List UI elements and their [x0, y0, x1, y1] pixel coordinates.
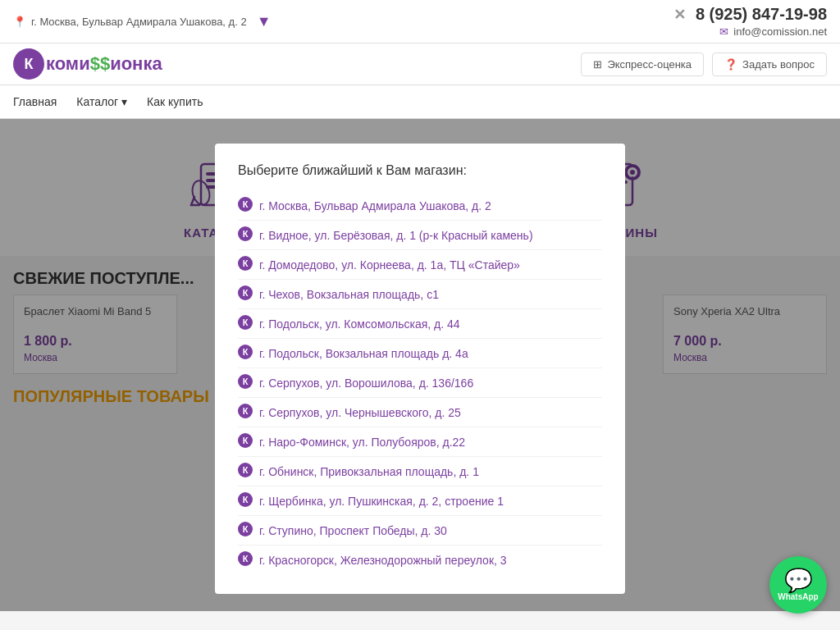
header: К коми$$ионка ⊞ Экспресс-оценка ❓ Задать… [0, 43, 840, 85]
nav-item-catalog[interactable]: Каталог ▾ [76, 85, 127, 118]
top-bar-phone: 8 (925) 847-19-98 [696, 5, 827, 24]
store-selection-modal: Выберите ближайший к Вам магазин: Кг. Мо… [215, 144, 625, 594]
store-label: г. Серпухов, ул. Ворошилова, д. 136/166 [259, 377, 473, 390]
store-label: г. Наро-Фоминск, ул. Полубояров, д.22 [259, 436, 465, 449]
top-bar-right: ✕ 8 (925) 847-19-98 ✉ info@comission.net [673, 5, 827, 38]
close-icon[interactable]: ✕ [673, 6, 686, 24]
store-item[interactable]: Кг. Подольск, ул. Комсомольская, д. 44 [238, 309, 602, 339]
store-item[interactable]: Кг. Видное, ул. Берёзовая, д. 1 (р-к Кра… [238, 221, 602, 250]
header-buttons: ⊞ Экспресс-оценка ❓ Задать вопрос [581, 52, 827, 76]
question-icon: ❓ [724, 58, 737, 71]
top-bar-left: 📍 г. Москва, Бульвар Адмирала Ушакова, д… [13, 13, 271, 30]
pin-icon: 📍 [13, 16, 26, 28]
svg-text:К: К [243, 406, 249, 416]
svg-text:К: К [243, 465, 249, 475]
store-brand-icon: К [238, 522, 253, 539]
svg-text:К: К [243, 199, 249, 209]
store-item[interactable]: Кг. Подольск, Вокзальная площадь д. 4а [238, 339, 602, 368]
svg-text:К: К [243, 554, 249, 564]
store-label: г. Подольск, ул. Комсомольская, д. 44 [259, 317, 460, 331]
whatsapp-label: WhatsApp [778, 592, 818, 601]
svg-text:К: К [243, 258, 249, 268]
store-brand-icon: К [238, 492, 253, 509]
svg-text:К: К [243, 229, 249, 239]
store-item[interactable]: Кг. Наро-Фоминск, ул. Полубояров, д.22 [238, 427, 602, 457]
svg-text:К: К [243, 317, 249, 327]
svg-text:К: К [243, 347, 249, 357]
svg-text:К: К [243, 377, 249, 386]
store-label: г. Ступино, Проспект Победы, д. 30 [259, 524, 447, 537]
logo-k: К [13, 48, 44, 80]
store-item[interactable]: Кг. Серпухов, ул. Чернышевского, д. 25 [238, 398, 602, 427]
express-eval-button[interactable]: ⊞ Экспресс-оценка [581, 52, 704, 76]
grid-icon: ⊞ [593, 58, 602, 71]
nav-item-home[interactable]: Главная [13, 85, 57, 118]
store-brand-icon: К [238, 551, 253, 568]
store-label: г. Домодедово, ул. Корнеева, д. 1а, ТЦ «… [259, 258, 520, 272]
store-item[interactable]: Кг. Щербинка, ул. Пушкинская, д. 2, стро… [238, 486, 602, 516]
store-brand-icon: К [238, 433, 253, 450]
top-bar: 📍 г. Москва, Бульвар Адмирала Ушакова, д… [0, 0, 840, 43]
store-brand-icon: К [238, 374, 253, 391]
email-row: ✉ info@comission.net [719, 25, 827, 38]
whatsapp-button[interactable]: 💬 WhatsApp [769, 556, 827, 611]
nav-item-how-to-buy[interactable]: Как купить [147, 85, 203, 118]
logo-text: коми$$ионка [46, 53, 162, 75]
store-brand-icon: К [238, 315, 253, 332]
svg-text:К: К [243, 524, 249, 534]
store-list: Кг. Москва, Бульвар Адмирала Ушакова, д.… [238, 191, 602, 574]
svg-text:К: К [243, 288, 249, 298]
envelope-icon: ✉ [719, 25, 728, 38]
store-label: г. Подольск, Вокзальная площадь д. 4а [259, 347, 468, 360]
svg-text:К: К [243, 495, 249, 504]
store-brand-icon: К [238, 256, 253, 273]
logo[interactable]: К коми$$ионка [13, 48, 162, 80]
store-item[interactable]: Кг. Москва, Бульвар Адмирала Ушакова, д.… [238, 191, 602, 221]
whatsapp-icon: 💬 [784, 569, 813, 592]
store-label: г. Москва, Бульвар Адмирала Ушакова, д. … [259, 199, 491, 212]
store-brand-icon: К [238, 226, 253, 244]
modal-title: Выберите ближайший к Вам магазин: [238, 163, 602, 178]
store-brand-icon: К [238, 345, 253, 362]
store-item[interactable]: Кг. Домодедово, ул. Корнеева, д. 1а, ТЦ … [238, 250, 602, 280]
store-brand-icon: К [238, 285, 253, 303]
phone-row: ✕ 8 (925) 847-19-98 [673, 5, 827, 24]
ask-question-button[interactable]: ❓ Задать вопрос [712, 52, 827, 76]
store-item[interactable]: Кг. Чехов, Вокзальная площадь, с1 [238, 280, 602, 309]
store-label: г. Обнинск, Привокзальная площадь, д. 1 [259, 465, 479, 478]
store-label: г. Чехов, Вокзальная площадь, с1 [259, 288, 439, 301]
svg-text:К: К [243, 436, 249, 445]
store-label: г. Красногорск, Железнодорожный переулок… [259, 554, 507, 567]
store-brand-icon: К [238, 404, 253, 421]
top-bar-email: info@comission.net [733, 25, 827, 38]
store-label: г. Серпухов, ул. Чернышевского, д. 25 [259, 406, 461, 419]
store-item[interactable]: Кг. Обнинск, Привокзальная площадь, д. 1 [238, 457, 602, 486]
store-item[interactable]: Кг. Серпухов, ул. Ворошилова, д. 136/166 [238, 368, 602, 398]
store-item[interactable]: Кг. Ступино, Проспект Победы, д. 30 [238, 516, 602, 546]
store-brand-icon: К [238, 197, 253, 214]
main-content: КАТАЛОГ МАГАЗИНЫ СВЕЖИЕ ПОСТ [0, 119, 840, 611]
nav: Главная Каталог ▾ Как купить [0, 85, 840, 119]
store-label: г. Щербинка, ул. Пушкинская, д. 2, строе… [259, 495, 504, 508]
store-item[interactable]: Кг. Красногорск, Железнодорожный переуло… [238, 546, 602, 574]
top-bar-address: г. Москва, Бульвар Адмирала Ушакова, д. … [31, 16, 247, 28]
store-brand-icon: К [238, 463, 253, 480]
store-label: г. Видное, ул. Берёзовая, д. 1 (р-к Крас… [259, 229, 533, 242]
map-chevron-icon[interactable]: ▼ [257, 13, 272, 30]
